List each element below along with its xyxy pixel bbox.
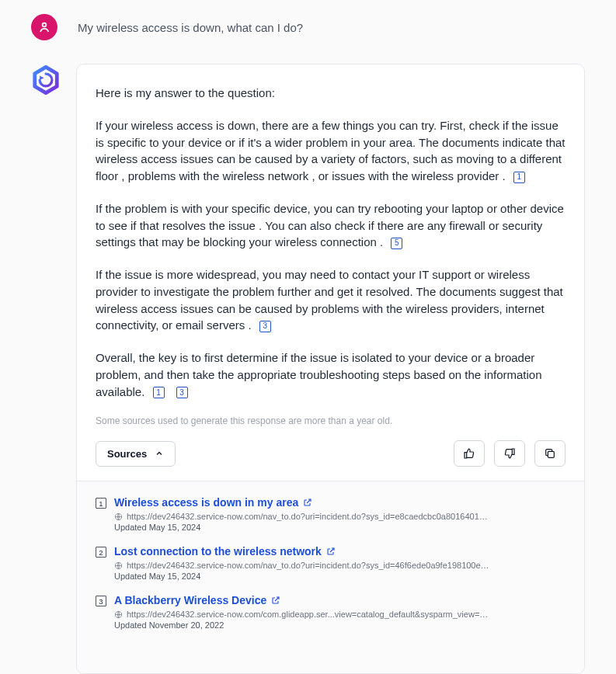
source-url: https://dev246432.service-now.com/nav_to… xyxy=(127,561,492,570)
chevron-up-icon xyxy=(155,449,164,458)
source-updated: Updated May 15, 2024 xyxy=(114,572,566,581)
globe-icon xyxy=(114,610,123,619)
sources-toggle-button[interactable]: Sources xyxy=(96,441,176,467)
source-title-link[interactable]: A Blackberry Wireless Device xyxy=(114,594,280,606)
assistant-answer-card: Here is my answer to the question: If yo… xyxy=(76,64,585,674)
source-number: 1 xyxy=(96,498,106,509)
external-link-icon xyxy=(271,596,280,605)
sources-panel: 1Wireless access is down in my areahttps… xyxy=(77,481,584,673)
answer-actions-row: Sources xyxy=(96,440,566,481)
globe-icon xyxy=(114,512,123,521)
thumbs-up-button[interactable] xyxy=(454,440,485,467)
source-url-row: https://dev246432.service-now.com/nav_to… xyxy=(114,561,566,570)
source-title-link[interactable]: Wireless access is down in my area xyxy=(114,496,312,509)
source-title-link[interactable]: Lost connection to the wireless network xyxy=(114,545,336,558)
source-item: 2Lost connection to the wireless network… xyxy=(96,544,566,581)
thumbs-up-icon xyxy=(463,447,475,460)
answer-paragraph-4: Overall, the key is to first determine i… xyxy=(96,349,566,400)
citation-chip[interactable]: 3 xyxy=(259,321,271,332)
source-url: https://dev246432.service-now.com/nav_to… xyxy=(127,512,492,521)
source-url-row: https://dev246432.service-now.com/com.gl… xyxy=(114,610,566,619)
copy-button[interactable] xyxy=(534,440,566,467)
globe-icon xyxy=(114,561,123,570)
source-item: 1Wireless access is down in my areahttps… xyxy=(96,495,566,532)
user-avatar xyxy=(31,14,57,40)
sources-stale-note: Some sources used to generate this respo… xyxy=(96,415,566,426)
source-number: 3 xyxy=(96,596,106,606)
answer-paragraph-2: If the problem is with your specific dev… xyxy=(96,200,566,251)
thumbs-down-icon xyxy=(503,447,516,460)
svg-point-0 xyxy=(43,23,47,27)
answer-body: Here is my answer to the question: If yo… xyxy=(96,85,566,400)
user-icon xyxy=(37,20,51,34)
svg-marker-1 xyxy=(35,67,57,92)
citation-chip[interactable]: 1 xyxy=(513,172,525,183)
assistant-message-row: Here is my answer to the question: If yo… xyxy=(31,64,585,674)
source-item: 3A Blackberry Wireless Devicehttps://dev… xyxy=(96,593,566,630)
user-message-row: My wireless access is down, what can I d… xyxy=(31,14,585,40)
thumbs-down-button[interactable] xyxy=(494,440,525,467)
source-updated: Updated May 15, 2024 xyxy=(114,523,566,532)
copy-icon xyxy=(544,447,556,460)
svg-marker-2 xyxy=(40,75,44,80)
svg-rect-3 xyxy=(548,452,554,458)
user-question-text: My wireless access is down, what can I d… xyxy=(78,21,303,34)
assistant-avatar xyxy=(31,65,61,95)
citation-chip[interactable]: 5 xyxy=(391,238,402,249)
citation-chip[interactable]: 1 xyxy=(153,387,165,398)
source-url-row: https://dev246432.service-now.com/nav_to… xyxy=(114,512,566,521)
source-number: 2 xyxy=(96,547,106,558)
external-link-icon xyxy=(326,547,336,556)
answer-paragraph-1: If your wireless access is down, there a… xyxy=(96,117,566,185)
external-link-icon xyxy=(303,498,312,507)
answer-paragraph-3: If the issue is more widespread, you may… xyxy=(96,266,566,334)
source-updated: Updated November 20, 2022 xyxy=(114,620,566,630)
citation-chip[interactable]: 3 xyxy=(176,387,188,398)
sources-button-label: Sources xyxy=(107,448,147,460)
answer-intro: Here is my answer to the question: xyxy=(96,85,566,102)
source-url: https://dev246432.service-now.com/com.gl… xyxy=(127,610,492,619)
